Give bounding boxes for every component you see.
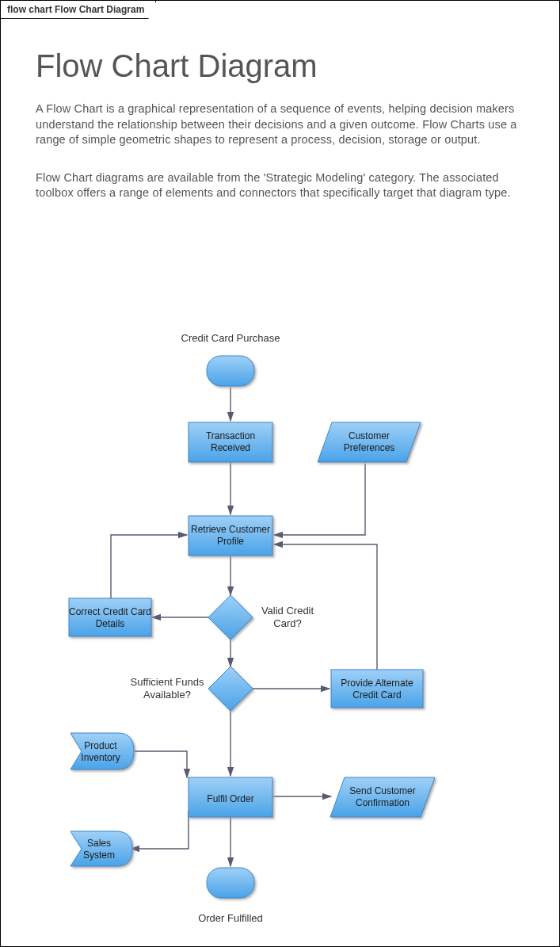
fulfil-order-node: Fulfil Order <box>189 777 272 817</box>
correct-details-node: Correct Credit Card Details <box>69 598 151 636</box>
svg-text:Inventory: Inventory <box>81 752 120 763</box>
end-label: Order Fulfilled <box>198 912 263 924</box>
svg-text:Customer: Customer <box>349 430 390 441</box>
svg-text:Sales: Sales <box>87 838 111 849</box>
svg-text:Confirmation: Confirmation <box>356 797 410 808</box>
svg-text:Transaction: Transaction <box>206 430 255 441</box>
paragraph-2: Flow Chart diagrams are available from t… <box>36 170 524 201</box>
content-area: Flow Chart Diagram A Flow Chart is a gra… <box>1 1 559 201</box>
sufficient-funds-decision <box>208 666 253 711</box>
svg-text:Product: Product <box>84 740 117 751</box>
valid-card-decision <box>208 595 253 640</box>
valid-card-label2: Card? <box>273 617 301 629</box>
svg-marker-22 <box>208 666 253 711</box>
start-label: Credit Card Purchase <box>181 332 280 344</box>
page-frame: flow chart Flow Chart Diagram Flow Chart… <box>0 0 560 947</box>
transaction-received-node: Transaction Received <box>189 422 272 462</box>
paragraph-1: A Flow Chart is a graphical representati… <box>36 101 524 148</box>
svg-marker-21 <box>208 595 253 640</box>
svg-text:Profile: Profile <box>217 536 244 547</box>
svg-text:Received: Received <box>211 442 250 453</box>
svg-text:Provide Alternate: Provide Alternate <box>341 678 413 689</box>
flowchart-diagram: Credit Card Purchase Transaction Receive… <box>1 318 560 936</box>
product-inventory-node: Product Inventory <box>70 733 134 769</box>
retrieve-profile-node: Retrieve Customer Profile <box>189 516 272 556</box>
send-confirmation-node: Send Customer Confirmation <box>330 777 435 817</box>
provide-alternate-node: Provide Alternate Credit Card <box>331 670 423 708</box>
svg-text:Retrieve Customer: Retrieve Customer <box>191 524 270 535</box>
svg-text:Correct Credit Card: Correct Credit Card <box>69 606 151 617</box>
valid-card-label: Valid Credit <box>261 605 314 617</box>
svg-text:Send Customer: Send Customer <box>349 785 415 796</box>
sales-system-node: Sales System <box>70 831 132 866</box>
svg-text:System: System <box>83 850 115 861</box>
svg-text:Preferences: Preferences <box>344 442 395 453</box>
sufficient-funds-label2: Available? <box>143 689 191 701</box>
end-node <box>207 868 254 898</box>
sufficient-funds-label: Sufficient Funds <box>131 676 204 688</box>
svg-text:Fulfil Order: Fulfil Order <box>207 793 253 804</box>
svg-text:Credit Card: Credit Card <box>352 689 401 701</box>
svg-text:Details: Details <box>96 618 125 629</box>
customer-preferences-node: Customer Preferences <box>318 422 421 462</box>
start-node <box>207 356 254 386</box>
tab-label: flow chart Flow Chart Diagram <box>1 1 156 19</box>
page-title: Flow Chart Diagram <box>36 48 524 84</box>
